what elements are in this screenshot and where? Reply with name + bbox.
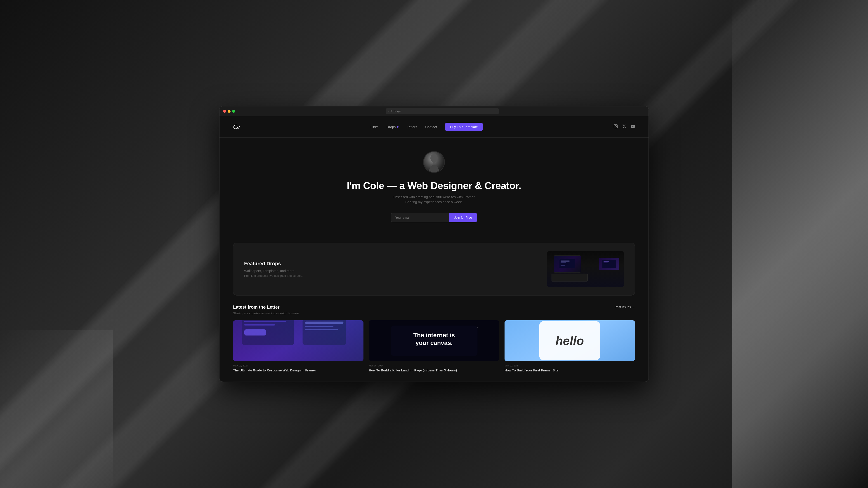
article-image-2: The internet is your canvas. xyxy=(369,320,499,361)
desk-keyboard xyxy=(552,273,588,282)
svg-rect-3 xyxy=(561,260,569,262)
article-card-2[interactable]: The internet is your canvas. Mar 26, 202… xyxy=(369,320,499,373)
svg-rect-4 xyxy=(561,262,566,263)
desk-visual xyxy=(547,251,624,287)
svg-rect-19 xyxy=(305,322,343,324)
featured-card-text: Featured Drops Wallpapers, Templates, an… xyxy=(244,261,547,278)
featured-card-desc: Premium products I've designed and curat… xyxy=(244,274,547,278)
background-right-streak xyxy=(733,0,868,488)
join-for-free-button[interactable]: Join for Free xyxy=(449,213,477,222)
article-date-3: Mar 10, 2024 xyxy=(504,364,635,367)
address-bar[interactable]: cole.design xyxy=(386,108,499,114)
hero-section: I'm Cole — a Web Designer & Creator. Obs… xyxy=(219,138,649,234)
social-icons xyxy=(614,124,635,129)
article-title-1: The Ultimate Guide to Response Web Desig… xyxy=(233,368,364,373)
background-left-streak xyxy=(0,330,113,488)
svg-rect-6 xyxy=(561,265,565,266)
featured-drops-image xyxy=(547,251,624,287)
nav-link-links[interactable]: Links xyxy=(370,125,378,129)
email-signup-form: Join for Free xyxy=(391,213,477,222)
svg-rect-5 xyxy=(561,264,568,264)
svg-rect-9 xyxy=(603,263,608,263)
svg-text:hello: hello xyxy=(556,334,584,348)
svg-rect-21 xyxy=(305,329,338,330)
drops-dot-indicator xyxy=(397,126,399,128)
article-title-2: How To Build a Killer Landing Page (in L… xyxy=(369,368,499,373)
browser-window: cole.design Ce Links Drops Letters Conta… xyxy=(219,106,649,382)
site-logo[interactable]: Ce xyxy=(233,123,240,130)
section-header: Latest from the Letter Past issues → xyxy=(233,304,635,310)
article-card-1[interactable]: May 12, 2024 The Ultimate Guide to Respo… xyxy=(233,320,364,373)
avatar-image xyxy=(424,152,444,172)
articles-grid: May 12, 2024 The Ultimate Guide to Respo… xyxy=(233,320,635,373)
article-visual-2: The internet is your canvas. xyxy=(369,320,499,361)
browser-traffic-lights xyxy=(223,110,235,113)
featured-card[interactable]: Featured Drops Wallpapers, Templates, an… xyxy=(233,242,635,295)
svg-rect-12 xyxy=(242,320,294,345)
instagram-icon[interactable] xyxy=(614,124,618,129)
svg-rect-16 xyxy=(244,324,275,326)
nav-link-contact[interactable]: Contact xyxy=(425,125,437,129)
featured-drops-section: Featured Drops Wallpapers, Templates, an… xyxy=(233,242,635,295)
featured-card-title: Wallpapers, Templates, and more xyxy=(244,269,547,273)
svg-text:The internet is: The internet is xyxy=(413,332,455,338)
nav-link-letters[interactable]: Letters xyxy=(407,125,417,129)
article-image-1 xyxy=(233,320,364,361)
svg-rect-10 xyxy=(603,264,609,264)
buy-template-button[interactable]: Buy This Template xyxy=(445,123,483,131)
hero-title: I'm Cole — a Web Designer & Creator. xyxy=(347,180,521,191)
svg-point-0 xyxy=(430,154,438,162)
latest-section-title: Latest from the Letter xyxy=(233,304,280,310)
desk-screen-content xyxy=(554,256,581,272)
nav-links: Links Drops Letters Contact Buy This Tem… xyxy=(370,123,483,131)
minimize-button[interactable] xyxy=(228,110,230,113)
article-image-3: hello xyxy=(504,320,635,361)
address-text: cole.design xyxy=(389,110,401,112)
close-button[interactable] xyxy=(223,110,226,113)
svg-rect-17 xyxy=(244,329,266,335)
navbar: Ce Links Drops Letters Contact Buy This … xyxy=(219,116,649,138)
article-title-3: How To Build Your First Framer Site xyxy=(504,368,635,373)
article-card-3[interactable]: hello Mar 10, 2024 How To Build Your Fir… xyxy=(504,320,635,373)
desk-screen xyxy=(554,256,581,272)
svg-rect-18 xyxy=(303,320,346,345)
hero-subtitle: Obsessed with creating beautiful website… xyxy=(389,195,479,205)
svg-rect-15 xyxy=(244,321,286,322)
site-content: Ce Links Drops Letters Contact Buy This … xyxy=(219,116,649,373)
nav-link-drops[interactable]: Drops xyxy=(386,125,399,129)
avatar xyxy=(423,151,445,173)
youtube-icon[interactable] xyxy=(631,124,635,129)
article-visual-1 xyxy=(233,320,364,361)
svg-rect-20 xyxy=(305,326,333,327)
twitter-icon[interactable] xyxy=(622,124,626,129)
article-visual-3: hello xyxy=(504,320,635,361)
svg-rect-1 xyxy=(433,162,435,164)
svg-text:your canvas.: your canvas. xyxy=(415,339,453,346)
latest-section-subtitle: Sharing my experiences running a design … xyxy=(233,312,635,315)
maximize-button[interactable] xyxy=(232,110,235,113)
email-input[interactable] xyxy=(391,213,449,222)
featured-section-title: Featured Drops xyxy=(244,261,547,267)
browser-titlebar: cole.design xyxy=(219,106,649,116)
svg-rect-11 xyxy=(233,320,364,361)
past-issues-link[interactable]: Past issues → xyxy=(615,305,635,309)
article-date-2: Mar 26, 2024 xyxy=(369,364,499,367)
article-date-1: May 12, 2024 xyxy=(233,364,364,367)
svg-rect-8 xyxy=(603,261,609,262)
latest-section: Latest from the Letter Past issues → Sha… xyxy=(233,304,635,373)
